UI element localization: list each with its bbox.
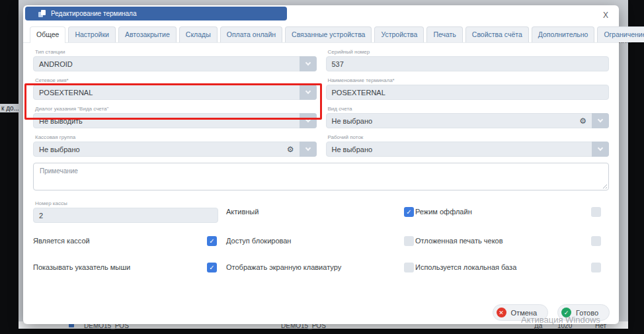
access-blocked-checkbox[interactable]	[404, 236, 414, 246]
field-station-type: Тип станции ANDROID	[33, 49, 317, 71]
done-label: Готово	[576, 309, 598, 317]
station-type-label: Тип станции	[35, 49, 317, 55]
chevron-down-icon[interactable]	[300, 142, 317, 157]
chevron-down-icon[interactable]	[592, 113, 609, 128]
serial-number-input[interactable]: 537	[326, 56, 610, 71]
show-mouse-pointer-checkbox[interactable]	[207, 263, 217, 272]
dialog-title: Редактирование терминала	[51, 10, 137, 17]
field-account-type: Вид счета Не выбрано ⚙	[326, 106, 610, 128]
is-cash-register-label: Является кассой	[33, 237, 90, 245]
network-name-select[interactable]: POSEXTERNAL	[33, 85, 317, 100]
local-database-checkbox[interactable]	[591, 263, 601, 272]
done-button[interactable]: ✓ Готово	[557, 304, 610, 321]
tab-devices[interactable]: Устройства	[374, 26, 424, 42]
tab-general[interactable]: Общее	[30, 26, 65, 43]
tab-print[interactable]: Печать	[426, 26, 462, 42]
field-network-name: Сетевое имя* POSEXTERNAL	[33, 77, 317, 100]
terminal-name-input[interactable]: POSEXTERNAL	[326, 85, 610, 100]
checkbox-field-show-mouse-pointer[interactable]: Показывать указатель мыши	[33, 254, 226, 280]
terminal-name-value: POSEXTERNAL	[332, 89, 385, 97]
tab-autoclose[interactable]: Автозакрытие	[118, 26, 177, 42]
station-type-value: ANDROID	[39, 60, 73, 68]
field-serial-number: Серийный номер 537	[326, 49, 610, 71]
options-section: Номер кассы 2 Активный Режим оффлайн Явл…	[33, 196, 609, 280]
cash-number-value: 2	[39, 212, 43, 220]
resize-handle[interactable]	[601, 183, 607, 188]
done-check-icon: ✓	[561, 308, 571, 317]
show-onscreen-keyboard-checkbox[interactable]	[404, 263, 414, 272]
terminal-name-label: Наименование терминала*	[328, 77, 610, 83]
account-type-dialog-value: Не выводить	[39, 117, 83, 125]
network-name-label: Сетевое имя*	[35, 77, 317, 83]
field-workflow: Рабочий поток Не выбрано	[326, 134, 610, 157]
note-textarea[interactable]: Примечание	[33, 163, 609, 190]
cash-group-value: Не выбрано	[39, 146, 80, 153]
active-checkbox[interactable]	[404, 207, 414, 217]
cash-number-input[interactable]: 2	[33, 208, 218, 223]
general-form: Тип станции ANDROID Серийный номер 537 С…	[23, 43, 619, 190]
workflow-label: Рабочий поток	[328, 134, 610, 140]
checkbox-field-access-blocked[interactable]: Доступ блокирован	[226, 228, 415, 254]
cancel-label: Отмена	[511, 309, 537, 317]
checkbox-field-is-cash-register[interactable]: Является кассой	[33, 228, 226, 254]
cash-number-label: Номер кассы	[35, 200, 218, 206]
workflow-value: Не выбрано	[332, 146, 373, 153]
dialog-footer: ✕ Отмена ✓ Готово	[493, 304, 610, 321]
serial-number-value: 537	[332, 60, 344, 68]
edit-terminal-dialog: Редактирование терминала X Общее Настрой…	[23, 5, 619, 324]
field-terminal-name: Наименование терминала* POSEXTERNAL	[326, 77, 610, 100]
field-cash-number: Номер кассы 2	[33, 196, 226, 228]
checkbox-field-show-onscreen-keyboard[interactable]: Отображать экранную клавиатуру	[226, 254, 415, 280]
dialog-icon	[38, 10, 46, 17]
station-type-select[interactable]: ANDROID	[33, 56, 317, 71]
gear-icon[interactable]: ⚙	[287, 146, 294, 153]
tab-account-properties[interactable]: Свойства счёта	[465, 26, 529, 42]
show-mouse-pointer-label: Показывать указатель мыши	[33, 263, 130, 271]
account-type-dialog-label: Диалог указания "Вида счета"	[35, 106, 317, 112]
dialog-title-bar[interactable]: Редактирование терминала	[25, 7, 287, 21]
checkbox-field-deferred-receipt-printing[interactable]: Отложенная печать чеков	[415, 228, 609, 254]
access-blocked-label: Доступ блокирован	[226, 237, 291, 245]
tab-restriction[interactable]: Ограничение	[597, 26, 644, 42]
checkbox-field-active[interactable]: Активный	[226, 196, 415, 228]
offline-mode-checkbox[interactable]	[591, 207, 601, 217]
background-truncated-text-left: к до...	[0, 104, 20, 112]
offline-mode-label: Режим оффлайн	[415, 208, 472, 216]
account-type-value: Не выбрано	[332, 117, 373, 125]
cancel-icon: ✕	[497, 308, 506, 317]
local-database-label: Используется локальная база	[415, 263, 516, 271]
gear-icon[interactable]: ⚙	[579, 117, 586, 125]
account-type-dialog-select[interactable]: Не выводить	[33, 113, 317, 128]
serial-number-label: Серийный номер	[328, 49, 610, 55]
tab-warehouses[interactable]: Склады	[179, 26, 218, 42]
close-icon[interactable]: X	[603, 11, 608, 20]
tab-linked-devices[interactable]: Связанные устройства	[285, 26, 372, 42]
chevron-down-icon[interactable]	[300, 85, 317, 100]
chevron-down-icon[interactable]	[300, 56, 317, 71]
workflow-select[interactable]: Не выбрано	[326, 142, 610, 157]
cancel-button[interactable]: ✕ Отмена	[493, 304, 548, 321]
chevron-down-icon[interactable]	[300, 113, 317, 128]
field-cash-group: Кассовая группа Не выбрано ⚙	[33, 134, 317, 157]
deferred-receipt-printing-label: Отложенная печать чеков	[415, 237, 503, 245]
tab-online-payment[interactable]: Оплата онлайн	[220, 26, 282, 42]
cash-group-label: Кассовая группа	[35, 134, 317, 140]
deferred-receipt-printing-checkbox[interactable]	[591, 236, 601, 246]
active-label: Активный	[226, 208, 259, 216]
note-label: Примечание	[40, 167, 78, 175]
chevron-down-icon[interactable]	[592, 142, 609, 157]
account-type-label: Вид счета	[328, 106, 610, 112]
checkbox-field-offline-mode[interactable]: Режим оффлайн	[415, 196, 609, 228]
tab-additional[interactable]: Дополнительно	[532, 26, 595, 42]
tab-settings[interactable]: Настройки	[68, 26, 116, 42]
account-type-select[interactable]: Не выбрано ⚙	[326, 113, 610, 128]
field-account-type-dialog: Диалог указания "Вида счета" Не выводить	[33, 106, 317, 128]
checkbox-field-local-database[interactable]: Используется локальная база	[415, 254, 609, 280]
cash-group-select[interactable]: Не выбрано ⚙	[33, 142, 317, 157]
screen: нн... к до... DEMO15_POS DEMO15_POS Да 1…	[0, 0, 644, 334]
network-name-value: POSEXTERNAL	[39, 89, 93, 97]
is-cash-register-checkbox[interactable]	[207, 236, 217, 246]
show-onscreen-keyboard-label: Отображать экранную клавиатуру	[226, 263, 341, 271]
